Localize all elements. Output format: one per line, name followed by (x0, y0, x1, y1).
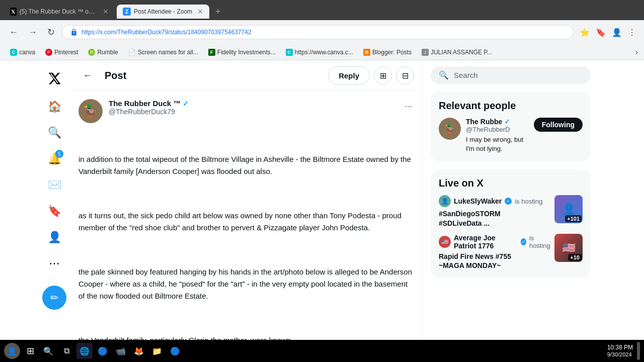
taskbar-search-button[interactable]: 🔍 (40, 343, 56, 359)
fidelity-icon: F (208, 49, 215, 56)
more-icon: ⋯ (49, 257, 60, 270)
filter-icon: ⊞ (380, 71, 386, 80)
address-bar[interactable]: https://x.com/TheRubberDuck79/status/184… (62, 25, 574, 39)
back-to-feed-button[interactable]: ← (78, 66, 97, 84)
author-avatar[interactable]: 🦆 (78, 99, 103, 123)
author-handle: @TheRubberDuck79 (109, 108, 396, 116)
taskbar-notification-panel[interactable] (637, 342, 640, 360)
taskbar-task-view[interactable]: ⧉ (58, 343, 74, 359)
bookmark-button[interactable]: 🔖 (594, 26, 608, 39)
live-count-2: +10 (568, 254, 582, 261)
search-bar[interactable]: 🔍 (431, 66, 591, 84)
live-host-1-verified-icon: ✓ (505, 198, 512, 205)
rel-avatar-image: 🦆 (444, 123, 455, 134)
bookmark-canva2-label: https://www.canva.c... (295, 49, 353, 56)
post-paragraph-1: in addition to the total wipeout of the … (78, 153, 414, 177)
live-item-1-info: 👤 LukeSlyWaker ✓ is hosting #SanDiegoSTO… (439, 195, 550, 227)
live-hosting-label-1: is hosting (515, 198, 542, 205)
bookmark-canva-label: canva (19, 49, 35, 56)
relevant-person-name: The Rubbe ✓ (466, 118, 529, 126)
forward-button[interactable]: → (25, 25, 40, 40)
bookmark-julian[interactable]: J JULIAN ASSANGE P... (418, 47, 496, 57)
sidebar-item-home[interactable]: 🏠 (42, 95, 66, 119)
post-author-row: 🦆 The Rubber Duck ™ ✓ @TheRubberDuck79 ·… (78, 99, 414, 123)
post-paragraph-3: the pale skinned boy featured hanging by… (78, 266, 414, 302)
author-details: The Rubber Duck ™ ✓ @TheRubberDuck79 (109, 99, 396, 116)
tab-1-close[interactable]: ✕ (103, 8, 109, 16)
taskbar-browser-app[interactable]: 🌐 (76, 343, 93, 359)
bookmark-fidelity[interactable]: F Fidelity Investments... (204, 47, 280, 57)
back-button[interactable]: ← (6, 25, 21, 40)
sidebar-item-messages[interactable]: ✉️ (42, 173, 66, 197)
taskbar-user-avatar[interactable]: 👤 (4, 343, 20, 359)
layout-button[interactable]: ⊟ (396, 66, 414, 84)
taskbar-right-area: 10:38 PM9/30/2024 (607, 342, 640, 360)
bookmark-pinterest[interactable]: P Pinterest (41, 47, 82, 57)
post-text: in addition to the total wipeout of the … (78, 129, 414, 340)
reply-button[interactable]: Reply (328, 66, 370, 84)
compose-icon: ✏ (50, 292, 59, 304)
taskbar: 👤 ⊞ 🔍 ⧉ 🌐 🔵 📹 🦊 📁 🔵 10:38 PM9/30/2024 (0, 340, 644, 362)
live-host-1-avatar[interactable]: 👤 (439, 195, 451, 207)
rumble-icon: R (88, 49, 95, 56)
live-item-2: 🇺🇸 Average Joe Patriot 1776 ✓ is hosting… (439, 234, 583, 270)
relevant-person-avatar[interactable]: 🦆 (439, 118, 461, 140)
bookmark-rumble[interactable]: R Rumble (84, 47, 122, 57)
profile-button[interactable]: 👤 (610, 26, 624, 39)
taskbar-zoom2-icon[interactable]: 🔵 (167, 343, 183, 359)
live-host-2-verified-icon: ✓ (521, 238, 526, 245)
taskbar-zoom-icon[interactable]: 📹 (113, 343, 129, 359)
bookmark-blogger[interactable]: B Blogger: Posts (359, 47, 416, 57)
sidebar-item-search[interactable]: 🔍 (42, 121, 66, 145)
taskbar-time[interactable]: 10:38 PM9/30/2024 (607, 344, 633, 358)
extensions-button[interactable]: ⭐ (578, 26, 592, 39)
post-more-button[interactable]: ··· (403, 99, 414, 114)
header-action-buttons: Reply ⊞ ⊟ (328, 66, 414, 84)
bookmark-canva2[interactable]: C https://www.canva.c... (282, 47, 357, 57)
new-tab-button[interactable]: + (211, 5, 225, 19)
tab-1[interactable]: 𝕏 (5) The Rubber Duck ™ on X: "in a... ✕ (4, 5, 115, 19)
live-thumb-2[interactable]: 🇺🇸 +10 (554, 234, 583, 262)
live-hosting-label-2: is hosting (529, 234, 550, 249)
taskbar-edge-icon[interactable]: 🔵 (95, 343, 111, 359)
taskbar-start-button[interactable]: ⊞ (22, 343, 38, 359)
notification-badge: 5 (55, 150, 63, 158)
page-title: Post (105, 70, 320, 81)
tab-2[interactable]: Z Post Attendee - Zoom ✕ (117, 5, 209, 19)
x-logo-button[interactable] (42, 66, 66, 90)
menu-button[interactable]: ⋮ (626, 26, 638, 39)
sidebar-item-profile[interactable]: 👤 (42, 225, 66, 249)
bookmarks-bar: C canva P Pinterest R Rumble 📄 Screen na… (0, 44, 644, 60)
relevant-person-info: The Rubbe ✓ @TheRubberD I may be wrong, … (466, 118, 529, 153)
bookmark-screen-names[interactable]: 📄 Screen names for all... (124, 47, 202, 57)
taskbar-firefox-icon[interactable]: 🦊 (131, 343, 147, 359)
post-paragraph-4: the Vanderbilt family, particularly Glor… (78, 334, 414, 340)
live-host-2-name: Average Joe Patriot 1776 (454, 234, 518, 250)
layout-icon: ⊟ (402, 71, 409, 80)
sidebar-item-more[interactable]: ⋯ (42, 251, 66, 276)
bookmarks-more-button[interactable]: › (635, 48, 638, 57)
lock-icon (70, 29, 77, 36)
x-sidebar: 🏠 🔍 🔔 5 ✉️ 🔖 👤 ⋯ (0, 60, 70, 340)
filter-button[interactable]: ⊞ (374, 66, 392, 84)
url-text: https://x.com/TheRubberDuck79/status/184… (82, 29, 565, 36)
refresh-button[interactable]: ↻ (44, 25, 58, 40)
search-input[interactable] (454, 71, 583, 79)
canva2-icon: C (286, 49, 293, 56)
live-host-1-row: 👤 LukeSlyWaker ✓ is hosting (439, 195, 550, 207)
live-thumb-1[interactable]: 👤 +101 (554, 195, 583, 223)
relevant-person-row: 🦆 The Rubbe ✓ @TheRubberD I may be wrong… (439, 118, 583, 153)
post-paragraph-2: as it turns out, the sick pedo child art… (78, 210, 414, 234)
tab-2-close[interactable]: ✕ (197, 8, 203, 16)
person-icon: 👤 (48, 231, 61, 244)
relevant-person-handle: @TheRubberD (466, 126, 529, 133)
follow-button[interactable]: Following (534, 118, 583, 132)
live-host-2-avatar[interactable]: 🇺🇸 (439, 236, 451, 248)
sidebar-item-bookmarks[interactable]: 🔖 (42, 199, 66, 223)
taskbar-files-icon[interactable]: 📁 (149, 343, 165, 359)
compose-button[interactable]: ✏ (42, 286, 66, 310)
sidebar-item-notifications[interactable]: 🔔 5 (42, 147, 66, 171)
bookmark-julian-label: JULIAN ASSANGE P... (431, 49, 492, 56)
live-item-1: 👤 LukeSlyWaker ✓ is hosting #SanDiegoSTO… (439, 195, 583, 227)
bookmark-canva[interactable]: C canva (6, 47, 39, 57)
